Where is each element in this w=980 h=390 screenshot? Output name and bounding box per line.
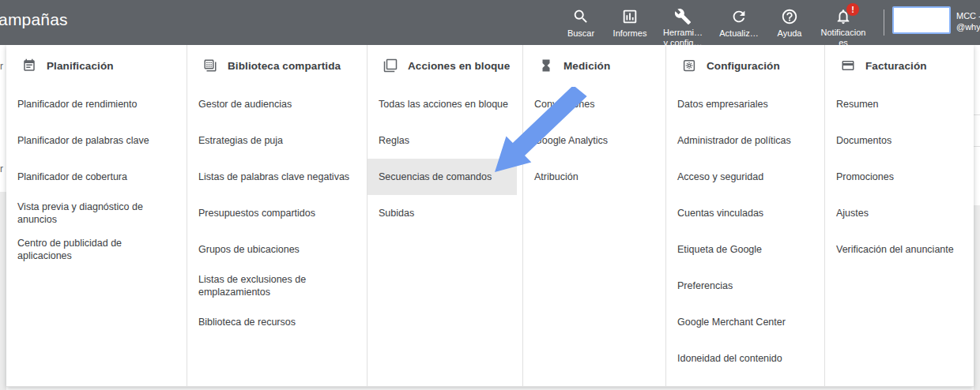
measurement-icon bbox=[539, 58, 553, 73]
menu-item[interactable]: Reglas bbox=[368, 122, 522, 159]
reports-icon bbox=[620, 7, 639, 26]
menu-item[interactable]: Conversiones bbox=[523, 86, 665, 122]
background-gray-area bbox=[974, 205, 980, 390]
settings-icon bbox=[682, 58, 696, 73]
menu-item[interactable]: Idoneidad del contenido bbox=[666, 340, 824, 377]
menu-item[interactable]: Administrador de políticas bbox=[666, 122, 824, 159]
search-label: Buscar bbox=[567, 28, 594, 39]
menu-column-medicion: Medición Conversiones Google Analytics A… bbox=[523, 45, 666, 386]
account-email: @whyadsm bbox=[956, 21, 980, 32]
menu-column-planificacion: Planificación Planificador de rendimient… bbox=[6, 45, 187, 386]
help-label: Ayuda bbox=[778, 28, 802, 39]
cutoff-text-fragment: r bbox=[0, 163, 3, 174]
help-icon bbox=[780, 7, 799, 26]
topbar-actions: Buscar Informes Herrami… y config… Actua… bbox=[556, 0, 980, 45]
search-button[interactable]: Buscar bbox=[556, 0, 605, 45]
menu-item[interactable]: Presupuestos compartidos bbox=[187, 195, 367, 231]
menu-item[interactable]: Biblioteca de recursos bbox=[187, 304, 367, 340]
background-page-right-edge bbox=[974, 45, 980, 390]
menu-item[interactable]: Planificador de cobertura bbox=[6, 159, 187, 195]
menu-column-header: Configuración bbox=[666, 45, 824, 86]
menu-item[interactable]: Promociones bbox=[825, 159, 974, 195]
topbar-divider bbox=[884, 9, 884, 36]
menu-item[interactable]: Documentos bbox=[825, 122, 974, 159]
refresh-label: Actualiz… bbox=[719, 28, 759, 39]
menu-column-header: Acciones en bloque bbox=[368, 45, 522, 86]
menu-item[interactable]: Centro de publicidad de aplicaciones bbox=[6, 231, 153, 268]
cutoff-text-fragment: r bbox=[0, 61, 3, 72]
background-gray-area bbox=[0, 192, 6, 390]
menu-item[interactable]: Acceso y seguridad bbox=[666, 159, 824, 195]
account-name: MCC - W bbox=[956, 10, 980, 21]
notification-badge: ! bbox=[846, 3, 859, 16]
menu-item[interactable]: Google Analytics bbox=[523, 122, 665, 159]
menu-column-header: Medición bbox=[523, 45, 665, 86]
tools-label-line1: Herrami… bbox=[663, 28, 703, 38]
billing-icon bbox=[841, 58, 855, 73]
top-app-bar: ampañas Buscar Informes Herrami… y confi… bbox=[0, 0, 980, 45]
menu-item[interactable]: Cuentas vinculadas bbox=[666, 195, 824, 231]
planning-icon bbox=[22, 58, 36, 73]
refresh-icon bbox=[729, 7, 748, 26]
menu-item[interactable]: Preferencias bbox=[666, 268, 824, 304]
menu-column-configuracion: Configuración Datos empresariales Admini… bbox=[666, 45, 825, 386]
menu-item-secuencias-de-comandos[interactable]: Secuencias de comandos bbox=[368, 159, 517, 195]
menu-column-title: Biblioteca compartida bbox=[228, 60, 341, 72]
menu-column-facturacion: Facturación Resumen Documentos Promocion… bbox=[825, 45, 974, 386]
background-page-left-edge: r r bbox=[0, 45, 6, 390]
background-row-divider bbox=[974, 146, 980, 147]
menu-column-acciones-en-bloque: Acciones en bloque Todas las acciones en… bbox=[368, 45, 523, 386]
menu-item[interactable]: Listas de exclusiones de emplazamientos bbox=[187, 268, 337, 304]
menu-item[interactable]: Planificador de rendimiento bbox=[6, 86, 187, 122]
reports-button[interactable]: Informes bbox=[605, 0, 654, 45]
menu-column-header: Facturación bbox=[825, 45, 974, 86]
tools-and-settings-button[interactable]: Herrami… y config… bbox=[654, 0, 711, 45]
menu-item[interactable]: Ajustes bbox=[825, 195, 974, 231]
menu-item[interactable]: Verificación del anunciante bbox=[825, 231, 974, 268]
notifications-button[interactable]: ! Notificacion es bbox=[812, 0, 874, 45]
menu-item[interactable]: Gestor de audiencias bbox=[187, 86, 367, 122]
menu-item[interactable]: Datos empresariales bbox=[666, 86, 824, 122]
menu-item[interactable]: Vista previa y diagnóstico de anuncios bbox=[6, 195, 168, 231]
notifications-label-line1: Notificacion bbox=[821, 28, 866, 38]
menu-column-title: Configuración bbox=[707, 60, 780, 72]
refresh-button[interactable]: Actualiz… bbox=[711, 0, 767, 45]
menu-column-header: Biblioteca compartida bbox=[187, 45, 367, 86]
menu-column-title: Medición bbox=[564, 60, 610, 72]
menu-item[interactable]: Etiqueta de Google bbox=[666, 231, 824, 268]
menu-column-title: Acciones en bloque bbox=[408, 60, 510, 72]
menu-column-title: Planificación bbox=[47, 60, 114, 72]
menu-item[interactable]: Grupos de ubicaciones bbox=[187, 231, 367, 268]
menu-item[interactable]: Planificador de palabras clave bbox=[6, 122, 187, 159]
menu-column-title: Facturación bbox=[865, 60, 927, 72]
background-row-divider bbox=[974, 114, 980, 115]
notifications-label-line2: es bbox=[839, 38, 848, 48]
tools-icon bbox=[673, 7, 692, 25]
menu-column-header: Planificación bbox=[6, 45, 187, 86]
tools-label-line2: y config… bbox=[664, 38, 703, 48]
bulk-actions-icon bbox=[383, 58, 398, 73]
page-title: ampañas bbox=[0, 10, 68, 29]
tools-and-settings-menu: Planificación Planificador de rendimient… bbox=[6, 45, 974, 387]
menu-item[interactable]: Listas de palabras clave negativas bbox=[187, 159, 367, 195]
help-button[interactable]: Ayuda bbox=[767, 0, 812, 45]
menu-item[interactable]: Resumen bbox=[825, 86, 974, 122]
reports-label: Informes bbox=[613, 28, 647, 39]
account-avatar[interactable] bbox=[892, 6, 951, 34]
search-icon bbox=[571, 7, 590, 26]
menu-item[interactable]: Todas las acciones en bloque bbox=[368, 86, 522, 122]
shared-library-icon bbox=[203, 58, 217, 73]
menu-item[interactable]: Atribución bbox=[523, 159, 665, 195]
menu-item[interactable]: Subidas bbox=[368, 195, 522, 231]
menu-item[interactable]: Estrategias de puja bbox=[187, 122, 367, 159]
menu-item[interactable]: Google Merchant Center bbox=[666, 304, 824, 340]
account-info[interactable]: MCC - W @whyadsm bbox=[956, 10, 980, 32]
menu-column-biblioteca-compartida: Biblioteca compartida Gestor de audienci… bbox=[187, 45, 368, 386]
notifications-icon: ! bbox=[834, 7, 853, 25]
